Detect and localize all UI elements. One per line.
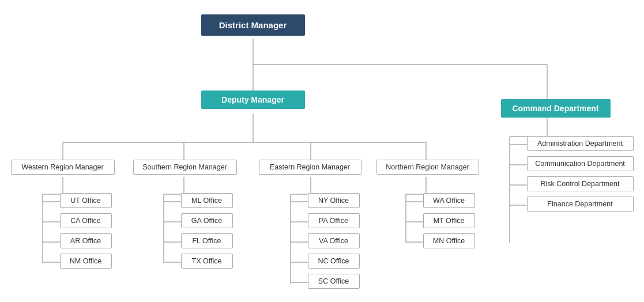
sc-label: SC Office — [318, 277, 349, 285]
ut-label: UT Office — [70, 197, 100, 205]
wa-office-node: WA Office — [423, 193, 475, 208]
mn-office-node: MN Office — [423, 233, 475, 248]
nm-label: NM Office — [70, 257, 101, 265]
pa-label: PA Office — [319, 217, 348, 225]
tx-office-node: TX Office — [181, 254, 233, 269]
eastern-region-node: Eastern Region Manager — [259, 160, 361, 175]
deputy-manager-node: Deputy Manager — [201, 90, 305, 109]
nc-office-node: NC Office — [308, 254, 360, 269]
pa-office-node: PA Office — [308, 213, 360, 228]
ut-office-node: UT Office — [60, 193, 112, 208]
risk-dept-node: Risk Control Department — [527, 176, 634, 191]
eastern-label: Eastern Region Manager — [270, 163, 350, 171]
ar-office-node: AR Office — [60, 233, 112, 248]
district-manager-node: District Manager — [201, 14, 305, 36]
tx-label: TX Office — [192, 257, 222, 265]
ml-label: ML Office — [191, 197, 222, 205]
command-department-node: Command Department — [501, 99, 611, 118]
deputy-manager-label: Deputy Manager — [221, 95, 284, 104]
finance-dept-node: Finance Department — [527, 197, 634, 212]
ca-label: CA Office — [70, 217, 101, 225]
ml-office-node: ML Office — [181, 193, 233, 208]
ny-office-node: NY Office — [308, 193, 360, 208]
nc-label: NC Office — [318, 257, 349, 265]
district-manager-label: District Manager — [219, 20, 287, 30]
mt-label: MT Office — [434, 217, 465, 225]
northern-label: Northern Region Manager — [386, 163, 469, 171]
mt-office-node: MT Office — [423, 213, 475, 228]
admin-label: Administration Department — [537, 139, 623, 148]
ga-office-node: GA Office — [181, 213, 233, 228]
fl-label: FL Office — [192, 237, 221, 245]
va-office-node: VA Office — [308, 233, 360, 248]
southern-label: Southern Region Manager — [142, 163, 227, 171]
ny-label: NY Office — [318, 197, 349, 205]
southern-region-node: Southern Region Manager — [133, 160, 237, 175]
fl-office-node: FL Office — [181, 233, 233, 248]
sc-office-node: SC Office — [308, 274, 360, 289]
ar-label: AR Office — [70, 237, 101, 245]
wa-label: WA Office — [433, 197, 465, 205]
finance-label: Finance Department — [547, 200, 612, 208]
admin-dept-node: Administration Department — [527, 136, 634, 151]
western-region-node: Western Region Manager — [11, 160, 115, 175]
mn-label: MN Office — [433, 237, 465, 245]
va-label: VA Office — [319, 237, 348, 245]
command-dept-label: Command Department — [512, 104, 598, 113]
ga-label: GA Office — [191, 217, 222, 225]
nm-office-node: NM Office — [60, 254, 112, 269]
org-chart: District Manager Deputy Manager Command … — [5, 4, 639, 298]
ca-office-node: CA Office — [60, 213, 112, 228]
western-label: Western Region Manager — [21, 163, 103, 171]
comm-dept-node: Communication Department — [527, 156, 634, 171]
comm-label: Communication Department — [535, 160, 625, 168]
northern-region-node: Northern Region Manager — [376, 160, 479, 175]
risk-label: Risk Control Department — [541, 180, 620, 188]
